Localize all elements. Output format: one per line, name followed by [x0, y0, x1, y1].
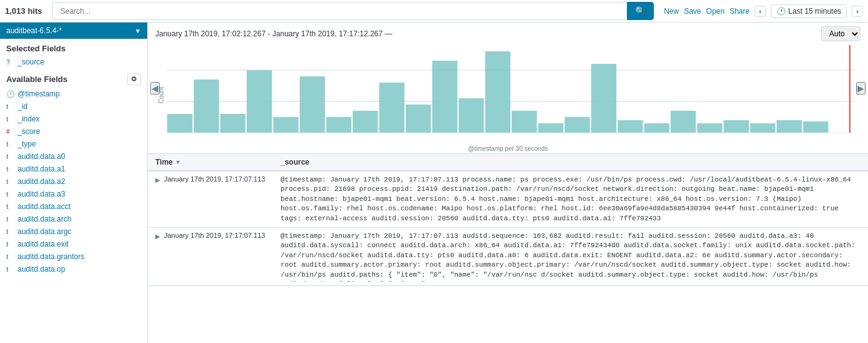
- svg-rect-41: [750, 123, 775, 133]
- sidebar-field-item[interactable]: tauditd.data.a2: [0, 175, 147, 188]
- selected-field-source[interactable]: ? _source: [0, 56, 147, 68]
- search-input[interactable]: [52, 2, 627, 20]
- available-fields-settings-button[interactable]: ⚙: [127, 73, 141, 85]
- svg-rect-43: [777, 120, 802, 133]
- svg-rect-19: [379, 83, 404, 133]
- search-button[interactable]: 🔍: [627, 2, 654, 20]
- field-name-label: @timestamp: [18, 90, 60, 98]
- row-expand-button[interactable]: ▶: [155, 232, 160, 240]
- field-type-icon: #: [6, 128, 15, 135]
- open-button[interactable]: Open: [706, 7, 725, 16]
- sidebar-field-item[interactable]: tauditd.data.acct: [0, 200, 147, 213]
- chart-area: ◀ January 17th 2019, 17:02:12.267 - Janu…: [148, 23, 868, 154]
- svg-rect-17: [353, 111, 378, 133]
- hits-count: 1,013 hits: [5, 6, 42, 16]
- table-header: Time ▼ _source: [148, 154, 868, 172]
- clock-icon: 🕐: [777, 7, 786, 16]
- cell-source: @timestamp: January 17th 2019, 17:17:07.…: [281, 232, 860, 282]
- svg-rect-8: [194, 79, 219, 133]
- share-button[interactable]: Share: [730, 7, 750, 16]
- field-type-icon: t: [6, 178, 15, 185]
- field-name-label: _index: [18, 115, 39, 123]
- histogram-chart: 05010017:03:0017:04:0017:05:0017:06:0017…: [167, 45, 855, 133]
- svg-rect-16: [326, 117, 351, 133]
- sidebar-field-item[interactable]: tauditd.data.op: [0, 263, 147, 275]
- field-type-icon: t: [6, 228, 15, 235]
- field-name-label: auditd.data.a2: [18, 177, 65, 186]
- chart-expand-button[interactable]: ▶: [856, 82, 865, 95]
- table-row: ▶January 17th 2019, 17:17:07.113@timesta…: [148, 172, 868, 228]
- sidebar-field-item[interactable]: tauditd.data.arch: [0, 213, 147, 225]
- table-row: ▶January 17th 2019, 17:17:07.113@timesta…: [148, 228, 868, 286]
- field-type-icon: t: [6, 166, 15, 173]
- search-area: 🔍: [52, 2, 654, 20]
- new-button[interactable]: New: [664, 7, 679, 16]
- svg-rect-34: [617, 120, 643, 133]
- sidebar-field-item[interactable]: tauditd.data.a3: [0, 188, 147, 200]
- field-name-label: _score: [18, 127, 40, 136]
- top-bar: 1,013 hits 🔍 New Save Open Share ‹ 🕐 Las…: [0, 0, 868, 23]
- field-name-label: auditd.data.a3: [18, 190, 65, 198]
- available-fields-title: Available Fields: [6, 74, 68, 84]
- field-name-label: auditd.data.acct: [18, 202, 71, 211]
- fields-list: 🕐@timestampt_idt_index#_scoret_typetaudi…: [0, 88, 147, 275]
- index-name: auditbeat-6.5.4-*: [6, 26, 62, 35]
- field-name-label: auditd.data.exit: [18, 240, 68, 248]
- field-type-icon: t: [6, 266, 15, 273]
- sidebar-field-item[interactable]: tauditd.data.a1: [0, 163, 147, 175]
- sidebar-field-item[interactable]: t_type: [0, 138, 147, 150]
- sidebar-field-item[interactable]: t_id: [0, 100, 147, 113]
- selected-fields-title: Selected Fields: [0, 39, 147, 56]
- row-expand-button[interactable]: ▶: [155, 175, 160, 183]
- nav-prev-button[interactable]: ‹: [755, 6, 766, 17]
- nav-next-button[interactable]: ›: [852, 6, 863, 17]
- svg-rect-10: [220, 114, 245, 133]
- svg-rect-13: [273, 117, 298, 133]
- field-type-icon: t: [6, 216, 15, 223]
- cell-time: January 17th 2019, 17:17:07.113: [164, 175, 281, 183]
- y-axis-label: Count: [158, 87, 165, 104]
- sidebar-field-item[interactable]: tauditd.data.a0: [0, 150, 147, 163]
- svg-rect-11: [247, 70, 272, 133]
- sidebar-field-item[interactable]: 🕐@timestamp: [0, 88, 147, 100]
- field-type-icon: ?: [6, 59, 15, 66]
- sidebar-field-item[interactable]: tauditd.data.exit: [0, 238, 147, 250]
- auto-select: Auto: [821, 26, 860, 41]
- sidebar-field-item[interactable]: tauditd.data.argc: [0, 225, 147, 238]
- sidebar-content: Selected Fields ? _source Available Fiel…: [0, 39, 147, 343]
- red-line-marker: [849, 45, 850, 133]
- field-type-icon: t: [6, 141, 15, 148]
- field-name-label: _type: [18, 140, 36, 148]
- svg-rect-29: [538, 123, 563, 133]
- date-range: January 17th 2019, 17:02:12.267 - Januar…: [155, 29, 392, 38]
- field-type-icon: t: [6, 253, 15, 260]
- field-type-icon: 🕐: [6, 90, 15, 98]
- svg-rect-38: [697, 123, 722, 133]
- field-type-icon: t: [6, 191, 15, 198]
- col-source-header: _source: [281, 158, 860, 166]
- index-selector[interactable]: auditbeat-6.5.4-* ▼: [0, 23, 147, 39]
- cell-time: January 17th 2019, 17:17:07.113: [164, 232, 281, 239]
- field-type-icon: t: [6, 153, 15, 160]
- svg-rect-30: [565, 117, 590, 133]
- svg-rect-44: [803, 121, 828, 133]
- svg-rect-24: [458, 98, 483, 133]
- field-name: _source: [18, 58, 44, 66]
- sidebar-field-item[interactable]: t_index: [0, 113, 147, 125]
- field-name-label: _id: [18, 102, 28, 111]
- svg-rect-32: [591, 64, 616, 133]
- save-button[interactable]: Save: [684, 7, 701, 16]
- svg-rect-37: [671, 111, 696, 133]
- chart-wrapper: Count 05010017:03:0017:04:0017:05:0017:0…: [148, 45, 868, 145]
- sidebar-field-item[interactable]: #_score: [0, 125, 147, 138]
- field-type-icon: t: [6, 203, 15, 210]
- sidebar-field-item[interactable]: tauditd.data.grantors: [0, 250, 147, 263]
- col-time-header[interactable]: Time ▼: [155, 158, 281, 166]
- svg-rect-21: [406, 105, 431, 133]
- time-filter[interactable]: 🕐 Last 15 minutes: [771, 4, 847, 18]
- field-name-label: auditd.data.a0: [18, 152, 65, 161]
- source-col-label: _source: [281, 158, 309, 166]
- auto-dropdown[interactable]: Auto: [821, 26, 860, 41]
- field-name-label: auditd.data.argc: [18, 227, 71, 236]
- results-table: Time ▼ _source ▶January 17th 2019, 17:17…: [148, 154, 868, 343]
